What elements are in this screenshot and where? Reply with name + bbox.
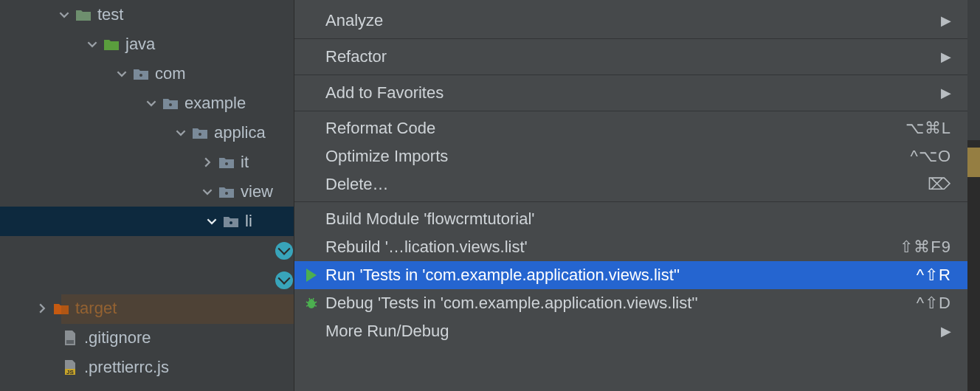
menu-item-debug-tests[interactable]: Debug 'Tests in 'com.example.application…	[294, 289, 967, 317]
menu-shortcut: ^⇧D	[917, 294, 951, 313]
menu-label: Reformat Code	[325, 119, 905, 138]
chevron-down-icon	[174, 128, 187, 138]
menu-item-refactor[interactable]: Refactor ▶	[294, 42, 967, 72]
tree-label: target	[75, 299, 117, 318]
tree-blank-row-1	[0, 236, 294, 264]
tree-label: .prettierrc.js	[84, 358, 169, 377]
tree-label: test	[97, 5, 123, 24]
menu-separator	[294, 75, 967, 75]
menu-shortcut: ⌥⌘L	[905, 119, 951, 138]
package-icon	[162, 96, 179, 111]
svg-point-9	[308, 300, 315, 308]
menu-shortcut: ^⇧R	[917, 266, 951, 285]
svg-point-2	[199, 133, 201, 136]
menu-label: Rebuild '…lication.views.list'	[325, 238, 900, 257]
context-menu: Analyze ▶ Refactor ▶ Add to Favorites ▶ …	[294, 0, 967, 391]
svg-point-4	[225, 192, 228, 195]
chevron-down-icon	[115, 69, 128, 79]
tree-label: applica	[214, 123, 266, 142]
chevron-down-icon	[58, 10, 71, 20]
menu-item-run-tests[interactable]: Run 'Tests in 'com.example.application.v…	[294, 261, 967, 289]
tree-folder-view[interactable]: view	[0, 177, 294, 207]
tree-label: it	[241, 153, 249, 172]
tree-folder-list[interactable]: li	[0, 207, 294, 236]
tree-file-gitignore[interactable]: .gitignore	[0, 323, 294, 353]
svg-point-3	[225, 162, 228, 165]
menu-separator	[294, 201, 967, 202]
chevron-down-icon	[205, 216, 218, 226]
submenu-arrow-icon: ▶	[941, 13, 951, 29]
menu-shortcut: ^⌥O	[911, 147, 951, 166]
menu-item-cutoff[interactable]	[294, 0, 967, 6]
svg-point-0	[139, 74, 142, 77]
tree-folder-java[interactable]: java	[0, 30, 294, 59]
tree-label: example	[184, 94, 246, 113]
tree-folder-target[interactable]: target	[0, 294, 294, 323]
run-icon	[302, 269, 321, 282]
submenu-arrow-icon: ▶	[941, 49, 951, 65]
tree-file-prettierrc[interactable]: JS .prettierrc.js	[0, 353, 294, 382]
menu-shortcut: ⇧⌘F9	[900, 238, 951, 257]
menu-item-rebuild[interactable]: Rebuild '…lication.views.list' ⇧⌘F9	[294, 233, 967, 261]
tree-folder-example[interactable]: example	[0, 89, 294, 118]
menu-label: Run 'Tests in 'com.example.application.v…	[325, 266, 917, 285]
bug-icon	[302, 296, 321, 311]
menu-item-optimize[interactable]: Optimize Imports ^⌥O	[294, 142, 967, 170]
gutter-marker	[967, 148, 980, 177]
chevron-right-icon	[35, 303, 49, 314]
menu-label: Debug 'Tests in 'com.example.application…	[325, 294, 917, 313]
menu-item-delete[interactable]: Delete… ⌦	[294, 170, 967, 198]
menu-separator	[294, 38, 967, 39]
svg-point-1	[169, 103, 172, 106]
tree-label: java	[125, 35, 155, 54]
folder-icon	[75, 7, 92, 22]
package-icon	[223, 214, 239, 229]
menu-label: Analyze	[325, 11, 951, 30]
file-icon	[62, 330, 78, 346]
package-icon	[133, 66, 149, 81]
svg-text:JS: JS	[66, 369, 74, 376]
menu-item-more-run[interactable]: More Run/Debug ▶	[294, 317, 967, 345]
project-tree: test java com example	[0, 0, 294, 391]
menu-item-reformat[interactable]: Reformat Code ⌥⌘L	[294, 114, 967, 142]
tree-folder-com[interactable]: com	[0, 59, 294, 89]
tree-folder-it[interactable]: it	[0, 148, 294, 177]
menu-label: Add to Favorites	[325, 83, 951, 103]
tree-folder-application[interactable]: applica	[0, 118, 294, 148]
folder-icon	[53, 301, 69, 316]
chevron-down-icon	[145, 98, 158, 108]
tree-folder-test[interactable]: test	[0, 0, 294, 30]
chevron-down-icon	[86, 39, 99, 49]
menu-label: Refactor	[325, 47, 951, 66]
tree-label: view	[241, 182, 273, 201]
menu-shortcut: ⌦	[928, 175, 951, 194]
tree-blank-row-2	[0, 264, 294, 294]
submenu-arrow-icon: ▶	[941, 323, 951, 339]
menu-label: Delete…	[325, 175, 928, 194]
menu-item-analyze[interactable]: Analyze ▶	[294, 6, 967, 35]
svg-rect-6	[66, 340, 74, 344]
tree-label: li	[245, 212, 252, 231]
chevron-down-icon	[201, 187, 214, 197]
submenu-arrow-icon: ▶	[941, 85, 951, 101]
svg-point-5	[230, 221, 232, 224]
folder-icon	[103, 37, 120, 52]
menu-item-build[interactable]: Build Module 'flowcrmtutorial'	[294, 205, 967, 233]
chevron-right-icon	[201, 157, 214, 167]
js-file-icon: JS	[62, 359, 78, 376]
class-icon	[275, 271, 293, 289]
package-icon	[192, 125, 208, 140]
right-gutter	[967, 0, 980, 391]
menu-label: Optimize Imports	[325, 147, 911, 166]
class-icon	[275, 242, 293, 260]
menu-label: Build Module 'flowcrmtutorial'	[325, 210, 951, 229]
tree-label: .gitignore	[84, 328, 151, 347]
tree-label: com	[155, 64, 186, 83]
package-icon	[218, 184, 235, 199]
package-icon	[218, 155, 235, 170]
menu-label: More Run/Debug	[325, 322, 951, 341]
menu-item-add-favorites[interactable]: Add to Favorites ▶	[294, 78, 967, 108]
menu-separator	[294, 111, 967, 111]
